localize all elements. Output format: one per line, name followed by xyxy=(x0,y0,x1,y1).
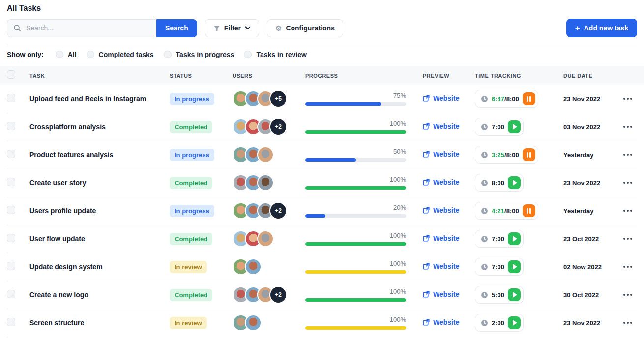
due-date: Yesterday xyxy=(563,207,622,215)
external-link-icon xyxy=(423,235,430,242)
time-total: /8:00 xyxy=(504,207,519,215)
task-name: Crossplatform analysis xyxy=(29,123,170,131)
clock-icon xyxy=(481,123,488,131)
progress-percent-label: 20% xyxy=(393,204,406,211)
row-checkbox[interactable] xyxy=(7,318,15,326)
status-badge: In progress xyxy=(170,205,214,217)
task-name: Create a new logo xyxy=(29,291,170,299)
external-link-icon xyxy=(423,263,430,270)
table-row: Crossplatform analysis Completed +2 100%… xyxy=(7,113,637,141)
timer-pause-button[interactable] xyxy=(523,92,535,105)
website-preview-link[interactable]: Website xyxy=(423,206,459,214)
external-link-icon xyxy=(423,291,430,298)
users-cell: +2 xyxy=(233,286,305,304)
website-preview-link[interactable]: Website xyxy=(423,318,459,326)
progress-cell: 100% xyxy=(305,120,406,134)
task-name: Screen structure xyxy=(29,319,170,327)
timer-play-button[interactable] xyxy=(508,260,521,273)
row-checkbox[interactable] xyxy=(7,94,15,102)
website-preview-link[interactable]: Website xyxy=(423,94,459,102)
website-preview-link[interactable]: Website xyxy=(423,122,459,130)
search-input[interactable] xyxy=(7,19,156,37)
progress-bar xyxy=(305,158,406,162)
row-checkbox[interactable] xyxy=(7,262,15,270)
clock-icon xyxy=(481,235,488,243)
due-date: 23 Nov 2022 xyxy=(563,319,622,327)
row-menu-button[interactable] xyxy=(622,179,633,187)
progress-cell: 100% xyxy=(305,288,406,302)
clock-icon xyxy=(481,263,488,271)
timer-play-button[interactable] xyxy=(508,176,521,189)
row-checkbox[interactable] xyxy=(7,234,15,242)
progress-cell: 100% xyxy=(305,260,406,274)
timer-play-button[interactable] xyxy=(508,288,521,301)
website-link-label: Website xyxy=(433,122,459,130)
row-menu-button[interactable] xyxy=(622,263,633,271)
clock-icon xyxy=(481,95,488,103)
filter-button[interactable]: Filter xyxy=(205,19,259,37)
filter-icon xyxy=(213,25,220,31)
radio-option-tasks-in-progress[interactable]: Tasks in progress xyxy=(164,51,234,58)
radio-option-completed-tasks[interactable]: Completed tasks xyxy=(87,51,154,58)
search-button[interactable]: Search xyxy=(156,19,197,37)
progress-percent-label: 100% xyxy=(390,176,406,183)
time-tracking-pill: 2:00 xyxy=(475,314,524,332)
radio-option-all[interactable]: All xyxy=(56,51,77,58)
column-header-time-tracking: TIME TRACKING xyxy=(475,73,563,79)
users-cell xyxy=(233,174,305,191)
configurations-button-label: Configurations xyxy=(286,24,335,32)
status-badge: Completed xyxy=(170,289,212,301)
plus-icon: + xyxy=(575,24,580,32)
users-cell xyxy=(233,258,305,275)
timer-pause-button[interactable] xyxy=(523,148,535,161)
website-preview-link[interactable]: Website xyxy=(423,290,459,298)
row-menu-button[interactable] xyxy=(622,207,633,215)
timer-pause-button[interactable] xyxy=(523,204,535,217)
website-link-label: Website xyxy=(433,206,459,214)
time-tracking-pill: 7:00 xyxy=(475,258,524,276)
row-menu-button[interactable] xyxy=(622,95,633,103)
task-name: User flow update xyxy=(29,235,170,243)
select-all-checkbox[interactable] xyxy=(7,70,15,79)
progress-percent-label: 100% xyxy=(390,316,406,323)
time-tracking-pill: 4:21/8:00 xyxy=(475,202,538,220)
row-checkbox[interactable] xyxy=(7,150,15,158)
row-menu-button[interactable] xyxy=(622,291,633,299)
row-checkbox[interactable] xyxy=(7,206,15,214)
progress-bar xyxy=(305,214,406,218)
time-elapsed: 2:00 xyxy=(492,319,504,327)
task-name: Users profile update xyxy=(29,207,170,215)
row-checkbox[interactable] xyxy=(7,178,15,186)
website-preview-link[interactable]: Website xyxy=(423,178,459,186)
radio-option-tasks-in-review[interactable]: Tasks in review xyxy=(244,51,306,58)
column-header-task: TASK xyxy=(29,73,170,79)
website-preview-link[interactable]: Website xyxy=(423,262,459,270)
row-menu-button[interactable] xyxy=(622,319,633,327)
row-checkbox[interactable] xyxy=(7,122,15,130)
timer-play-button[interactable] xyxy=(508,120,521,133)
toolbar: Search Filter ⚙ Configurations + Add new… xyxy=(7,19,637,37)
configurations-button[interactable]: ⚙ Configurations xyxy=(267,19,343,37)
external-link-icon xyxy=(423,319,430,326)
progress-percent-label: 100% xyxy=(390,120,406,127)
row-checkbox[interactable] xyxy=(7,290,15,298)
website-preview-link[interactable]: Website xyxy=(423,234,459,242)
time-tracking-pill: 5:00 xyxy=(475,286,524,304)
row-menu-button[interactable] xyxy=(622,123,633,131)
add-new-task-label: Add new task xyxy=(584,24,628,32)
status-badge: Completed xyxy=(170,233,212,245)
timer-play-button[interactable] xyxy=(508,232,521,245)
table-body: Upload feed and Reels in Instagram In pr… xyxy=(7,85,637,337)
website-preview-link[interactable]: Website xyxy=(423,150,459,158)
row-menu-button[interactable] xyxy=(622,151,633,159)
row-menu-button[interactable] xyxy=(622,235,633,243)
time-tracking-pill: 7:00 xyxy=(475,118,524,136)
add-new-task-button[interactable]: + Add new task xyxy=(566,19,637,37)
progress-bar xyxy=(305,326,406,330)
radio-icon xyxy=(87,51,94,58)
timer-play-button[interactable] xyxy=(508,316,521,329)
time-total: /8:00 xyxy=(504,95,519,103)
table-row: Product features analysis In progress 50… xyxy=(7,141,637,169)
progress-percent-label: 75% xyxy=(393,92,406,99)
website-link-label: Website xyxy=(433,262,459,270)
